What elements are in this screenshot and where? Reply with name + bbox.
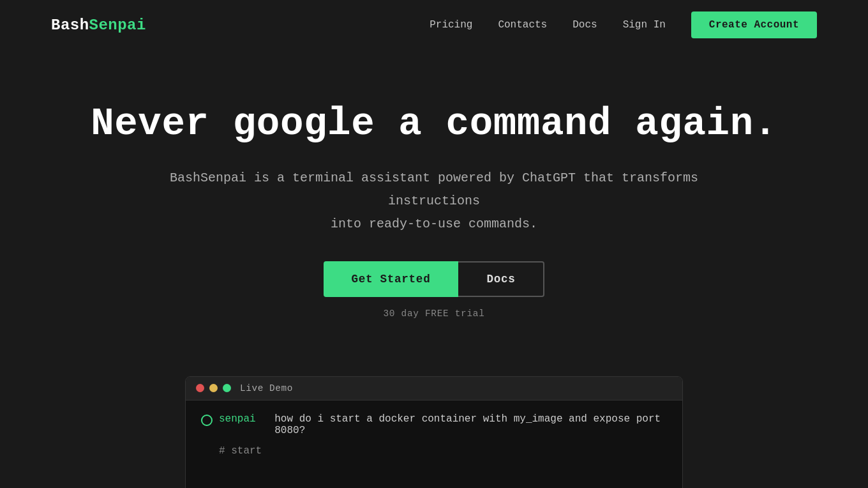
dot-green [223, 384, 231, 392]
senpai-prompt-icon [201, 415, 213, 426]
hero-subtitle: BashSenpai is a terminal assistant power… [147, 167, 721, 236]
demo-output: # start [219, 445, 667, 457]
cta-buttons: Get Started Docs [13, 261, 855, 297]
senpai-keyword: senpai [219, 413, 256, 425]
logo-senpai: Senpai [89, 17, 146, 34]
docs-button[interactable]: Docs [458, 261, 544, 297]
nav-link-pricing[interactable]: Pricing [430, 19, 472, 31]
hero-subtitle-line1: BashSenpai is a terminal assistant power… [170, 171, 698, 208]
demo-prompt-command: how do i start a docker container with m… [274, 413, 667, 436]
nav-links: Pricing Contacts Docs Sign In Create Acc… [430, 11, 817, 38]
demo-prompt-line: senpai how do i start a docker container… [201, 413, 667, 436]
create-account-button[interactable]: Create Account [691, 11, 817, 38]
trial-text: 30 day FREE trial [13, 309, 855, 319]
dot-yellow [209, 384, 218, 392]
nav-link-docs[interactable]: Docs [572, 19, 597, 31]
demo-body: senpai how do i start a docker container… [186, 400, 682, 488]
logo-bash: Bash [51, 17, 89, 34]
hero-subtitle-line2: into ready-to-use commands. [331, 217, 537, 231]
demo-titlebar: Live Demo [186, 377, 682, 400]
hero-section: Never google a command again. BashSenpai… [0, 50, 868, 376]
demo-terminal: Live Demo senpai how do i start a docker… [185, 376, 683, 488]
demo-label: Live Demo [240, 383, 293, 393]
get-started-button[interactable]: Get Started [324, 261, 459, 297]
dot-red [196, 384, 204, 392]
nav-link-contacts[interactable]: Contacts [498, 19, 547, 31]
logo[interactable]: BashSenpai [51, 17, 146, 34]
navbar: BashSenpai Pricing Contacts Docs Sign In… [0, 0, 868, 50]
nav-link-signin[interactable]: Sign In [623, 19, 666, 31]
hero-title: Never google a command again. [13, 101, 855, 148]
